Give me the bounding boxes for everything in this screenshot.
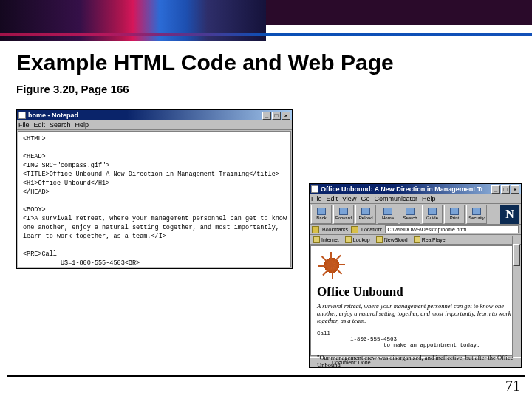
search-icon [406, 208, 415, 215]
guide-button[interactable]: Guide [422, 205, 443, 224]
banner-stripe [0, 33, 532, 36]
back-button[interactable]: Back [311, 205, 332, 224]
reload-label: Reload [358, 216, 372, 220]
print-button[interactable]: Print [444, 205, 465, 224]
netscape-toolbar: Back Forward Reload Home Search Guide Pr… [310, 204, 521, 225]
menu-edit[interactable]: Edit [327, 195, 338, 202]
minimize-button[interactable]: _ [491, 185, 500, 194]
close-button[interactable]: × [282, 112, 290, 120]
lookup-icon [345, 236, 352, 243]
maximize-button[interactable]: □ [501, 185, 510, 194]
bookmarks-label[interactable]: Bookmarks [322, 227, 348, 232]
slide: Example HTML Code and Web Page Figure 3.… [0, 0, 532, 399]
scrollbar-thumb[interactable] [513, 244, 520, 266]
internet-icon [313, 236, 320, 243]
menu-communicator[interactable]: Communicator [374, 195, 417, 202]
netscape-menubar: File Edit View Go Communicator Help [310, 194, 521, 204]
banner [0, 0, 532, 41]
quick-newblood-label: NewBlood [384, 237, 408, 242]
notepad-window-title: home - Notepad [28, 112, 78, 119]
close-button[interactable]: × [511, 185, 519, 194]
location-input[interactable]: C:\WINDOWS\Desktop\home.html [385, 225, 519, 233]
menu-file[interactable]: File [18, 121, 30, 129]
notepad-window: home - Notepad _ □ × File Edit Search He… [16, 109, 293, 269]
print-label: Print [450, 216, 459, 220]
print-icon [450, 208, 459, 215]
security-icon [472, 208, 481, 215]
compass-image [317, 250, 347, 280]
bookmarks-icon[interactable] [312, 226, 319, 233]
home-button[interactable]: Home [378, 205, 398, 224]
maximize-button[interactable]: □ [272, 112, 281, 120]
guide-icon [428, 208, 437, 215]
security-button[interactable]: Security [466, 205, 487, 224]
security-label: Security [468, 216, 485, 220]
home-icon [383, 208, 392, 215]
search-label: Search [403, 216, 417, 220]
location-label: Location: [361, 227, 382, 232]
search-button[interactable]: Search [400, 205, 420, 224]
location-bar: Bookmarks Location: C:\WINDOWS\Desktop\h… [310, 225, 521, 235]
menu-help[interactable]: Help [75, 121, 89, 129]
scrollbar[interactable] [512, 236, 520, 357]
page-quote: "Our management crew was disorganized, a… [317, 354, 514, 369]
quick-newblood[interactable]: NewBlood [376, 236, 408, 243]
menu-file[interactable]: File [311, 195, 322, 202]
back-icon [317, 208, 326, 215]
quick-internet-label: Internet [321, 237, 339, 242]
menu-search[interactable]: Search [50, 121, 71, 129]
reload-icon [361, 208, 370, 215]
newblood-icon [376, 236, 383, 243]
guide-label: Guide [426, 216, 438, 220]
netscape-window: Office Unbound: A New Direction in Manag… [309, 183, 522, 368]
realplayer-icon [414, 236, 420, 243]
quick-realplayer-label: RealPlayer [422, 237, 447, 242]
page-pre: Call 1-800-555-4563 to make an appointme… [317, 330, 514, 348]
netscape-titlebar[interactable]: Office Unbound: A New Direction in Manag… [310, 184, 521, 194]
reload-button[interactable]: Reload [355, 205, 376, 224]
slide-title: Example HTML Code and Web Page [0, 41, 532, 78]
page-number: 71 [505, 378, 520, 395]
slide-subtitle: Figure 3.20, Page 166 [0, 78, 532, 95]
forward-label: Forward [335, 216, 352, 220]
notepad-menubar: File Edit Search Help [17, 120, 292, 130]
quick-realplayer[interactable]: RealPlayer [414, 236, 447, 243]
quick-bar: Internet Lookup NewBlood RealPlayer [310, 235, 521, 245]
page-viewport: Office Unbound A survival retreat, where… [310, 245, 520, 356]
notepad-titlebar[interactable]: home - Notepad _ □ × [17, 110, 292, 120]
home-label: Home [382, 216, 394, 220]
quick-lookup[interactable]: Lookup [345, 236, 370, 243]
forward-icon [339, 208, 348, 215]
notepad-text-area[interactable]: <HTML> <HEAD> <IMG SRC="compass.gif"> <T… [18, 131, 291, 267]
footer-rule [7, 375, 525, 377]
netscape-logo-icon: N [500, 205, 519, 224]
menu-help[interactable]: Help [422, 195, 436, 202]
location-icon [351, 226, 358, 233]
menu-go[interactable]: Go [361, 195, 369, 202]
page-heading: Office Unbound [317, 284, 514, 299]
quick-internet[interactable]: Internet [313, 236, 339, 243]
forward-button[interactable]: Forward [333, 205, 354, 224]
back-label: Back [316, 216, 326, 220]
quick-lookup-label: Lookup [353, 237, 370, 242]
netscape-app-icon [311, 185, 318, 193]
menu-edit[interactable]: Edit [34, 121, 46, 129]
minimize-button[interactable]: _ [262, 112, 271, 120]
netscape-window-title: Office Unbound: A New Direction in Manag… [321, 185, 483, 193]
notepad-app-icon [18, 112, 26, 119]
menu-view[interactable]: View [342, 195, 356, 202]
page-intro: A survival retreat, where your managemen… [317, 302, 514, 324]
